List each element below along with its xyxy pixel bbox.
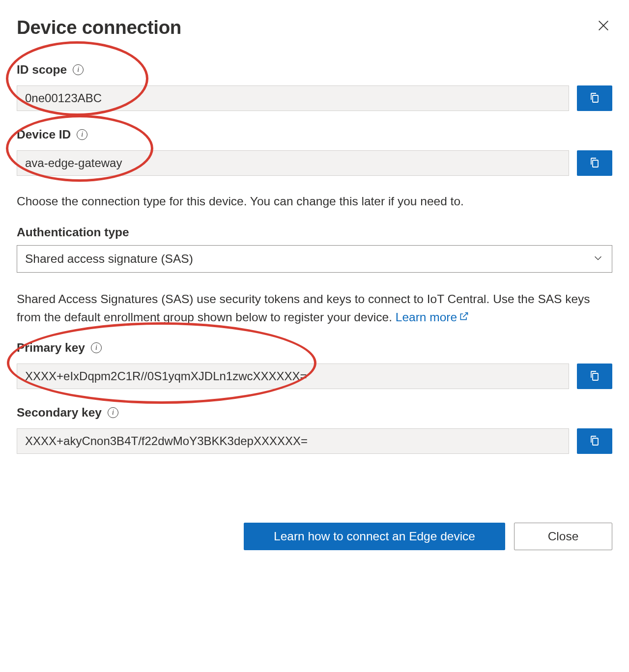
copy-primary-key-button[interactable]: [577, 364, 612, 389]
copy-icon: [589, 157, 600, 170]
svg-rect-2: [593, 95, 598, 102]
copy-device-id-button[interactable]: [577, 150, 612, 176]
device-id-input[interactable]: [17, 150, 569, 176]
info-icon[interactable]: i: [77, 129, 87, 140]
auth-type-label: Authentication type: [17, 225, 612, 239]
secondary-key-label: Secondary key i: [17, 406, 118, 420]
auth-type-select[interactable]: Shared access signature (SAS): [17, 245, 612, 273]
external-link-icon: [459, 308, 469, 327]
copy-secondary-key-button[interactable]: [577, 428, 612, 454]
copy-icon: [589, 435, 600, 448]
svg-rect-5: [593, 438, 598, 445]
primary-key-label: Primary key i: [17, 341, 102, 355]
sas-description: Shared Access Signatures (SAS) use secur…: [17, 290, 612, 327]
dialog-title: Device connection: [17, 17, 181, 38]
secondary-key-input[interactable]: [17, 428, 569, 454]
copy-icon: [589, 370, 600, 383]
copy-id-scope-button[interactable]: [577, 85, 612, 111]
info-icon[interactable]: i: [91, 342, 102, 353]
copy-icon: [589, 92, 600, 105]
info-icon[interactable]: i: [108, 407, 118, 418]
annotation-ellipse-primary-key: [7, 322, 316, 404]
primary-key-input[interactable]: [17, 364, 569, 389]
learn-connect-edge-button[interactable]: Learn how to connect an Edge device: [244, 523, 505, 550]
close-icon: [597, 19, 610, 34]
auth-type-selected-value: Shared access signature (SAS): [25, 252, 193, 266]
close-button[interactable]: [595, 17, 612, 36]
connection-type-description: Choose the connection type for this devi…: [17, 193, 612, 211]
info-icon[interactable]: i: [73, 64, 84, 75]
id-scope-label: ID scope i: [17, 63, 84, 77]
svg-rect-4: [593, 373, 598, 380]
learn-more-link[interactable]: Learn more: [396, 308, 469, 327]
close-footer-button[interactable]: Close: [514, 523, 612, 550]
svg-rect-3: [593, 160, 598, 167]
id-scope-input[interactable]: [17, 85, 569, 111]
device-id-label: Device ID i: [17, 128, 87, 141]
